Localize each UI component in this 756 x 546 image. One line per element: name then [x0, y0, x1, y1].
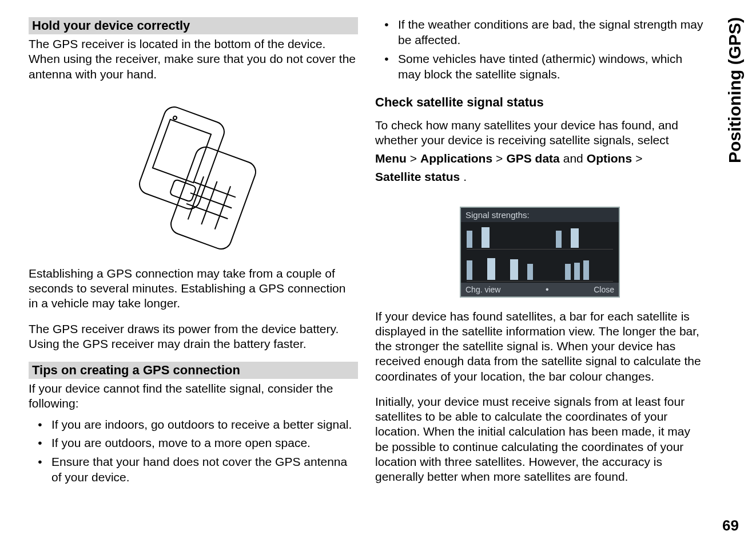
list-item: •Ensure that your hand does not cover th…	[29, 454, 358, 485]
nav-separator: >	[496, 151, 503, 166]
list-item: •If the weather conditions are bad, the …	[375, 17, 705, 48]
paragraph: If your device cannot find the satellite…	[29, 381, 358, 412]
nav-separator: >	[635, 151, 642, 166]
nav-text: and	[563, 151, 583, 166]
left-softkey[interactable]: Chg. view	[465, 285, 500, 294]
signal-bars-area	[461, 222, 619, 283]
signal-bar-row	[467, 258, 613, 282]
signal-bar	[527, 264, 533, 280]
chapter-tab: Positioning (GPS)	[725, 17, 745, 163]
list-item-text: If you are indoors, go outdoors to recei…	[51, 417, 352, 433]
section-heading-tips: Tips on creating a GPS connection	[29, 362, 358, 379]
left-column: Hold your device correctly The GPS recei…	[29, 17, 358, 535]
signal-bar	[467, 260, 472, 280]
nav-step-applications: Applications	[420, 151, 492, 166]
paragraph: If your device has found satellites, a b…	[375, 309, 705, 384]
bullet-icon: •	[29, 417, 51, 433]
signal-bar	[556, 231, 562, 248]
right-column: •If the weather conditions are bad, the …	[375, 17, 733, 535]
signal-bar	[583, 260, 589, 280]
signal-bar-row	[467, 225, 613, 250]
phone-illustration	[119, 98, 268, 252]
paragraph: The GPS receiver is located in the botto…	[29, 37, 358, 82]
continuation-list: •If the weather conditions are bad, the …	[375, 17, 705, 86]
list-item: •Some vehicles have tinted (athermic) wi…	[375, 52, 705, 82]
signal-bar	[467, 231, 472, 248]
svg-point-3	[173, 116, 177, 120]
list-item-text: Some vehicles have tinted (athermic) win…	[398, 52, 705, 82]
bullet-icon: •	[29, 436, 51, 451]
nav-step-satellite-status: Satellite status	[375, 169, 460, 184]
list-item-text: Ensure that your hand does not cover the…	[51, 454, 358, 485]
paragraph: Establishing a GPS connection may take f…	[29, 266, 358, 311]
list-item-text: If you are outdoors, move to a more open…	[51, 436, 311, 451]
section-heading-check-signal: Check satellite signal status	[375, 95, 705, 110]
list-item-text: If the weather conditions are bad, the s…	[398, 17, 705, 48]
page-body: Hold your device correctly The GPS recei…	[0, 0, 756, 546]
bullet-icon: •	[375, 52, 398, 82]
svg-rect-1	[137, 104, 227, 212]
signal-bar	[571, 228, 579, 248]
signal-strength-screenshot: Signal strengths:	[460, 207, 620, 298]
signal-bar	[487, 258, 495, 280]
navigation-instructions: To check how many satellites your device…	[375, 118, 705, 185]
page-number: 69	[722, 517, 739, 535]
section-heading-hold-device: Hold your device correctly	[29, 17, 358, 34]
signal-bar	[510, 259, 518, 280]
right-softkey[interactable]: Close	[594, 285, 614, 294]
screenshot-title: Signal strengths:	[461, 208, 619, 222]
nav-text: .	[463, 169, 467, 184]
signal-bar	[482, 227, 490, 248]
list-item: •If you are outdoors, move to a more ope…	[29, 436, 358, 451]
nav-step-options: Options	[587, 151, 632, 166]
svg-rect-2	[153, 119, 211, 183]
bullet-icon: •	[375, 17, 398, 48]
tips-list: •If you are indoors, go outdoors to rece…	[29, 417, 358, 489]
signal-bar	[574, 263, 580, 280]
paragraph: The GPS receiver draws its power from th…	[29, 322, 358, 352]
signal-bar	[565, 264, 571, 280]
softkey-row: Chg. view • Close	[461, 283, 619, 296]
paragraph: Initially, your device must receive sign…	[375, 394, 705, 485]
center-softkey-icon[interactable]: •	[546, 284, 549, 295]
nav-step-menu: Menu	[375, 151, 407, 166]
nav-text: To check how many satellites your device…	[375, 118, 705, 148]
nav-step-gps-data: GPS data	[506, 151, 559, 166]
bullet-icon: •	[29, 454, 51, 485]
list-item: •If you are indoors, go outdoors to rece…	[29, 417, 358, 433]
nav-separator: >	[410, 151, 417, 166]
